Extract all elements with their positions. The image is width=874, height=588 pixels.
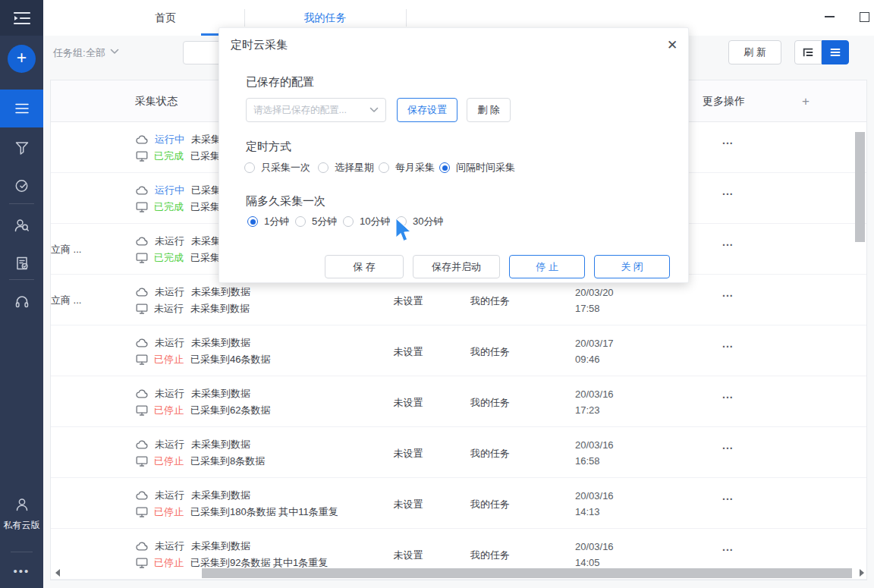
group-view-icon (802, 46, 814, 58)
table-row[interactable]: 未运行未采集到数据 已停止已采集到180条数据 其中11条重复 未设置 我的任务… (51, 478, 866, 529)
cloud-icon (136, 288, 149, 297)
row-more-button[interactable]: ... (722, 439, 734, 451)
save-settings-button[interactable]: 保存设置 (397, 98, 457, 122)
date-cell: 20/03/1617:23 (575, 386, 614, 418)
add-column-button[interactable]: + (802, 80, 810, 122)
cloud-icon (136, 338, 149, 347)
radio-option-monthly[interactable]: 每月采集 (379, 162, 435, 174)
schedule-cell: 未设置 (370, 549, 446, 562)
radio-icon[interactable] (343, 216, 354, 227)
chevron-down-icon (369, 107, 379, 113)
local-status: 已完成 (154, 149, 184, 163)
refresh-button[interactable]: 刷 新 (728, 40, 781, 64)
radio-option-10min[interactable]: 10分钟 (343, 215, 390, 228)
filter-funnel-icon (14, 141, 30, 156)
vertical-scrollbar-thumb[interactable] (855, 132, 865, 242)
table-row[interactable]: 未运行未采集到数据 已停止已采集到8条数据 未设置 我的任务 20/03/161… (51, 427, 866, 478)
sidebar: + (0, 0, 43, 588)
local-status: 已完成 (154, 251, 184, 265)
sidebar-item-filter[interactable] (0, 129, 43, 167)
group-cell: 我的任务 (470, 396, 510, 410)
local-status: 已停止 (154, 556, 184, 570)
new-task-button[interactable]: + (8, 45, 36, 73)
schedule-cloud-collection-dialog: 定时云采集 ✕ 已保存的配置 请选择已保存的配置... 保存设置 删 除 定时方… (218, 27, 689, 283)
cloud-status: 未运行 (155, 285, 185, 299)
horizontal-scrollbar-thumb[interactable] (202, 568, 852, 578)
scroll-right-arrow-icon[interactable] (860, 569, 864, 577)
mouse-cursor-icon (395, 219, 413, 243)
stop-button[interactable]: 停 止 (509, 255, 585, 278)
cloud-icon (136, 135, 149, 144)
sidebar-account-button[interactable] (0, 486, 43, 524)
cloud-status: 未运行 (155, 387, 185, 401)
row-more-button[interactable]: ... (722, 185, 734, 197)
row-more-button[interactable]: ... (722, 338, 734, 350)
save-and-start-button[interactable]: 保存并启动 (413, 255, 500, 278)
select-placeholder: 请选择已保存的配置... (253, 104, 369, 117)
sidebar-item-support[interactable] (0, 282, 43, 320)
radio-icon[interactable] (318, 162, 329, 173)
local-result: 已采集到92条数据 其中1条重复 (190, 556, 328, 570)
maximize-icon (860, 12, 869, 22)
interval-heading: 隔多久采集一次 (246, 194, 325, 209)
monitor-icon (136, 303, 148, 314)
cloud-result: 未采集到数据 (191, 387, 250, 401)
chevron-down-icon[interactable] (110, 49, 119, 55)
radio-option-1min[interactable]: 1分钟 (247, 215, 289, 228)
sidebar-item-documents[interactable] (0, 244, 43, 282)
radio-icon[interactable] (244, 162, 255, 173)
row-more-button[interactable]: ... (722, 388, 734, 401)
row-more-button[interactable]: ... (722, 287, 734, 299)
close-button[interactable]: 关 闭 (594, 255, 670, 278)
delete-config-button[interactable]: 删 除 (467, 98, 511, 122)
task-name: 立商 ... (51, 294, 95, 307)
row-more-button[interactable]: ... (722, 134, 734, 146)
monitor-icon (136, 151, 148, 162)
radio-option-once[interactable]: 只采集一次 (244, 162, 310, 174)
table-row[interactable]: 未运行未采集到数据 已停止已采集到46条数据 未设置 我的任务 20/03/17… (51, 325, 866, 376)
monitor-icon (136, 405, 148, 416)
local-status: 已停止 (154, 353, 184, 366)
radio-option-weekday[interactable]: 选择星期 (318, 162, 374, 174)
row-more-button[interactable]: ... (722, 541, 734, 553)
radio-option-interval[interactable]: 间隔时间采集 (439, 162, 515, 174)
schedule-cell: 未设置 (370, 294, 446, 308)
sidebar-item-task-list[interactable] (0, 90, 43, 127)
cloud-icon (136, 542, 149, 551)
local-status: 未运行 (154, 302, 184, 316)
user-search-icon (14, 218, 30, 233)
task-group-value[interactable]: 全部 (86, 46, 105, 60)
radio-icon[interactable] (247, 216, 258, 227)
dialog-close-button[interactable]: ✕ (664, 36, 681, 53)
local-result: 已采集到62条数据 (190, 404, 270, 417)
save-button[interactable]: 保 存 (325, 255, 404, 278)
row-more-button[interactable]: ... (722, 490, 734, 502)
sidebar-item-referral[interactable] (0, 206, 43, 244)
collapse-menu-icon (12, 10, 32, 27)
column-header-more[interactable]: 更多操作 (703, 80, 745, 122)
scroll-left-arrow-icon[interactable] (55, 569, 60, 577)
monitor-icon (136, 558, 148, 568)
column-header-status[interactable]: 采集状态 (111, 80, 202, 122)
radio-icon[interactable] (439, 162, 450, 173)
date-cell: 20/03/1709:46 (575, 335, 614, 367)
group-view-button[interactable] (794, 40, 822, 64)
date-cell: 20/03/2017:58 (575, 285, 614, 316)
window-minimize-button[interactable] (822, 10, 836, 24)
saved-config-select[interactable]: 请选择已保存的配置... (246, 98, 386, 122)
sidebar-item-scheduled-tasks[interactable] (0, 167, 43, 205)
sidebar-toggle-button[interactable] (0, 0, 43, 36)
table-row[interactable]: 未运行未采集到数据 已停止已采集到62条数据 未设置 我的任务 20/03/16… (51, 376, 866, 427)
cloud-status: 运行中 (155, 133, 185, 146)
cloud-icon (136, 491, 149, 500)
sidebar-more-button[interactable]: ••• (0, 564, 43, 577)
sidebar-divider (9, 203, 34, 204)
radio-option-5min[interactable]: 5分钟 (295, 215, 337, 228)
window-maximize-button[interactable] (857, 10, 871, 24)
row-more-button[interactable]: ... (722, 236, 734, 248)
list-view-button[interactable] (822, 40, 849, 64)
radio-icon[interactable] (379, 162, 389, 173)
view-toggle-group (794, 40, 849, 64)
radio-icon[interactable] (295, 216, 306, 227)
dialog-title: 定时云采集 (231, 38, 288, 52)
